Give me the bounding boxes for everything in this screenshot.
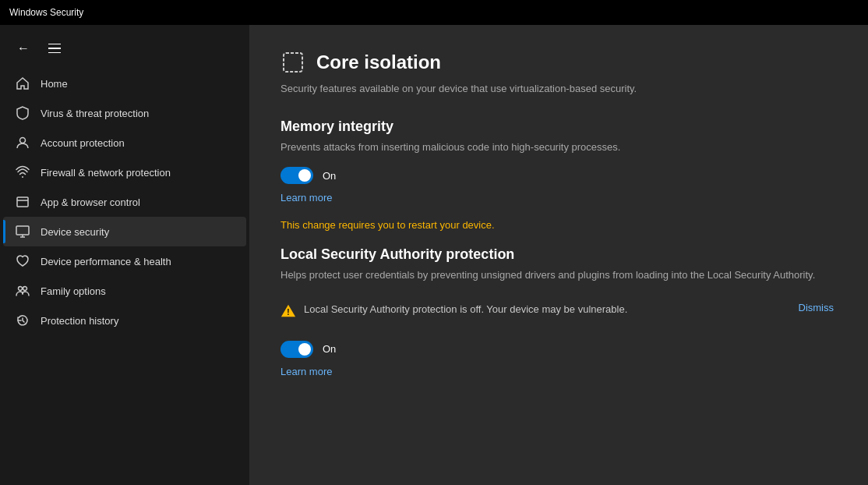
- lsa-toggle-label: On: [323, 343, 336, 355]
- memory-integrity-toggle-label: On: [323, 170, 336, 182]
- sidebar-item-virus[interactable]: Virus & threat protection: [3, 98, 246, 128]
- sidebar-item-account[interactable]: Account protection: [3, 128, 246, 158]
- memory-integrity-desc: Prevents attacks from inserting maliciou…: [281, 140, 837, 155]
- person-icon: [16, 136, 30, 150]
- sidebar-item-performance[interactable]: Device performance & health: [3, 246, 246, 276]
- monitor-icon: [16, 225, 30, 239]
- people-icon: [16, 284, 30, 298]
- main-layout: ← Home Virus & threat protect: [0, 25, 868, 485]
- svg-text:!: !: [287, 308, 289, 317]
- svg-rect-8: [284, 53, 302, 72]
- sidebar-item-firewall-label: Firewall & network protection: [41, 167, 171, 179]
- sidebar-item-device-security[interactable]: Device security: [3, 217, 246, 246]
- sidebar-item-family[interactable]: Family options: [3, 276, 246, 306]
- memory-integrity-toggle[interactable]: [281, 167, 313, 184]
- memory-integrity-toggle-row: On: [281, 167, 837, 184]
- dismiss-button[interactable]: Dismiss: [796, 302, 838, 313]
- back-button[interactable]: ←: [12, 37, 34, 59]
- page-header: Core isolation: [281, 50, 837, 75]
- history-icon: [16, 313, 30, 327]
- window-icon: [16, 195, 30, 209]
- sidebar-item-history[interactable]: Protection history: [3, 306, 246, 335]
- sidebar-item-history-label: Protection history: [41, 315, 118, 327]
- wifi-icon: [16, 165, 30, 179]
- svg-point-6: [19, 287, 23, 291]
- memory-integrity-title: Memory integrity: [281, 119, 837, 135]
- lsa-warning-text: Local Security Authority protection is o…: [304, 302, 788, 317]
- sidebar-item-virus-label: Virus & threat protection: [41, 108, 149, 119]
- svg-rect-3: [16, 226, 29, 235]
- home-icon: [16, 76, 30, 90]
- sidebar-item-home[interactable]: Home: [3, 69, 246, 98]
- content-area: Core isolation Security features availab…: [249, 25, 868, 485]
- sidebar-item-browser-label: App & browser control: [41, 196, 140, 208]
- sidebar-item-family-label: Family options: [41, 285, 106, 297]
- heart-icon: [16, 254, 30, 268]
- sidebar-item-firewall[interactable]: Firewall & network protection: [3, 158, 246, 187]
- svg-point-0: [20, 138, 26, 143]
- core-isolation-icon: [281, 50, 305, 75]
- hamburger-line-2: [48, 48, 61, 49]
- shield-icon: [16, 106, 30, 120]
- hamburger-line-1: [48, 44, 61, 45]
- svg-point-7: [23, 287, 27, 291]
- lsa-toggle[interactable]: [281, 341, 313, 358]
- warning-triangle-icon: !: [281, 303, 296, 319]
- lsa-warning-row: ! Local Security Authority protection is…: [281, 296, 837, 325]
- lsa-title: Local Security Authority protection: [281, 246, 837, 263]
- sidebar-item-account-label: Account protection: [41, 137, 125, 149]
- sidebar-item-performance-label: Device performance & health: [41, 256, 171, 267]
- memory-integrity-learn-more[interactable]: Learn more: [281, 192, 332, 204]
- sidebar-nav-top: ←: [0, 31, 249, 65]
- lsa-toggle-row: On: [281, 341, 837, 358]
- sidebar-item-browser[interactable]: App & browser control: [3, 187, 246, 217]
- sidebar-item-device-security-label: Device security: [41, 226, 109, 238]
- page-subtitle: Security features available on your devi…: [281, 81, 837, 97]
- hamburger-button[interactable]: [44, 37, 65, 59]
- restart-warning: This change requires you to restart your…: [281, 219, 837, 231]
- page-title: Core isolation: [316, 51, 441, 73]
- titlebar: Windows Security: [0, 0, 868, 25]
- lsa-desc: Helps protect user credentials by preven…: [281, 267, 837, 283]
- lsa-learn-more[interactable]: Learn more: [281, 366, 332, 377]
- hamburger-line-3: [48, 52, 61, 54]
- titlebar-title: Windows Security: [9, 7, 83, 18]
- sidebar-item-home-label: Home: [41, 78, 68, 90]
- svg-rect-1: [17, 197, 28, 207]
- sidebar: ← Home Virus & threat protect: [0, 25, 249, 485]
